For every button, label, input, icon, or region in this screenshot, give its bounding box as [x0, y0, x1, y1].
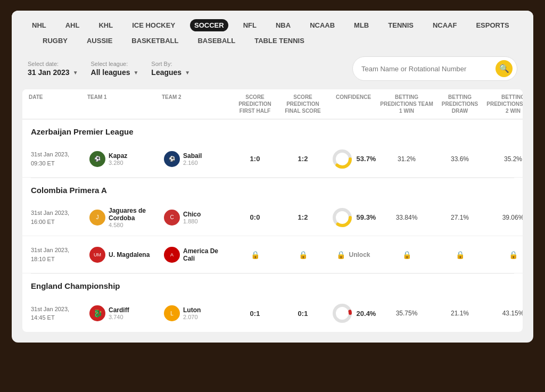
team2-num: 2.070 [183, 314, 201, 320]
nav-item-ncaaf[interactable]: NCAAF [428, 19, 461, 31]
league-chevron-icon: ▼ [133, 70, 138, 76]
nav-item-ahl[interactable]: AHL [61, 19, 84, 31]
score-final: 1:2 [279, 212, 327, 222]
match-date: 31st Jan 2023, 18:10 ET [29, 245, 87, 264]
th-bet-team2: BETTING PREDICTIONS TEAM 2 WIN [486, 94, 523, 114]
team2-cell: A America De Cali [162, 246, 231, 264]
search-button[interactable]: 🔍 [496, 60, 513, 77]
th-score-first: SCORE PREDICTION FIRST HALF [231, 94, 279, 114]
nav-item-ice-hockey[interactable]: ICE HOCKEY [128, 19, 179, 31]
bet-team1: 33.84% [380, 213, 433, 222]
team1-logo: UM [89, 247, 105, 263]
confidence-locked[interactable]: 🔒 Unlock [327, 249, 380, 260]
team1-num: 3.740 [109, 314, 129, 320]
nav-item-table-tennis[interactable]: TABLE TENNIS [250, 35, 309, 47]
nav-item-esports[interactable]: ESPORTS [472, 19, 513, 31]
team2-name: America De Cali [183, 247, 229, 262]
date-value: 31 Jan 2023 [28, 68, 70, 77]
nav-item-aussie[interactable]: AUSSIE [82, 35, 117, 47]
team1-logo: ⚽ [89, 151, 105, 167]
score-first-half: 1:0 [231, 154, 279, 164]
bet-team1: 35.75% [380, 308, 433, 318]
confidence-pct: 59.3% [357, 213, 376, 221]
date-chevron-icon: ▼ [73, 70, 78, 76]
sort-filter[interactable]: Sort By: Leagues ▼ [151, 61, 190, 77]
search-container[interactable]: 🔍 [352, 56, 517, 81]
league-england: England Championship [22, 274, 523, 295]
search-input[interactable] [361, 65, 496, 73]
lock-icon: 🔒 [402, 251, 411, 259]
team1-cell: 🐉 Cardiff 3.740 [87, 304, 162, 322]
th-team2: TEAM 2 [162, 94, 231, 114]
nav-item-nba[interactable]: NBA [271, 19, 295, 31]
team1-info: Jaguares de Cordoba 4.580 [109, 207, 160, 228]
lock-icon: 🔒 [509, 251, 518, 259]
date-label: Select date: [28, 61, 78, 67]
nav-item-baseball[interactable]: BASEBALL [193, 35, 240, 47]
nav-item-nfl[interactable]: NFL [239, 19, 261, 31]
lock-icon: 🔒 [336, 251, 345, 259]
search-icon: 🔍 [499, 64, 509, 73]
confidence-cell: 53.7% [327, 147, 380, 171]
th-confidence: CONFIDENCE [327, 94, 380, 114]
team2-num: 2.160 [183, 160, 202, 166]
table-row: 31st Jan 2023, 18:10 ET UM U. Magdalena … [22, 236, 523, 273]
team1-num: 3.280 [109, 160, 127, 166]
team2-name: Sabail [183, 152, 202, 160]
confidence-donut [331, 302, 353, 324]
score-first-half-locked: 🔒 [231, 249, 279, 260]
nav-item-basketball[interactable]: BASKETBALL [127, 35, 183, 47]
bet-draw: 33.6% [433, 154, 486, 164]
score-first-half: 0:0 [231, 212, 279, 222]
th-team1: TEAM 1 [87, 94, 162, 114]
team1-num: 4.580 [109, 222, 160, 228]
team2-name: Chico [183, 211, 201, 218]
th-bet-team1: BETTING PREDICTIONS TEAM 1 WIN [380, 94, 433, 114]
league-select[interactable]: All leagues ▼ [91, 68, 139, 77]
league-filter[interactable]: Select league: All leagues ▼ [91, 61, 139, 77]
lock-icon: 🔒 [251, 251, 260, 259]
team1-logo: 🐉 [89, 305, 105, 321]
nav-item-soccer[interactable]: SOCCER [190, 19, 228, 31]
score-first-half: 0:1 [231, 308, 279, 319]
team1-name: Kapaz [109, 152, 127, 160]
nav-item-ncaab[interactable]: NCAAB [305, 19, 339, 31]
table-row: 31st Jan 2023, 16:00 ET J Jaguares de Co… [22, 199, 523, 236]
sort-select[interactable]: Leagues ▼ [151, 68, 190, 77]
league-label: Select league: [91, 61, 139, 67]
bet-draw: 21.1% [433, 308, 486, 318]
nav-item-mlb[interactable]: MLB [350, 19, 373, 31]
match-date: 31st Jan 2023, 09:30 ET [29, 149, 87, 169]
bet-draw-locked: 🔒 [433, 249, 486, 260]
team2-logo: L [164, 305, 180, 321]
svg-point-4 [334, 305, 350, 321]
nav-item-rugby[interactable]: RUGBY [38, 35, 72, 47]
nav-item-tennis[interactable]: TENNIS [384, 19, 418, 31]
sort-label: Sort By: [151, 61, 190, 67]
score-final: 1:2 [279, 154, 327, 164]
bet-team2: 35.2% [486, 154, 523, 164]
confidence-cell: 59.3% [327, 205, 380, 230]
team1-info: Kapaz 3.280 [109, 152, 127, 166]
filters-bar: Select date: 31 Jan 2023 ▼ Select league… [12, 51, 533, 89]
unlock-button[interactable]: Unlock [349, 251, 370, 258]
league-azerbaijan: Azerbaijan Premier League [22, 120, 523, 140]
nav-item-nhl[interactable]: NHL [28, 19, 51, 31]
team1-cell: J Jaguares de Cordoba 4.580 [87, 206, 162, 229]
table-area: DATE TEAM 1 TEAM 2 SCORE PREDICTION FIRS… [22, 89, 523, 332]
lock-icon: 🔒 [299, 251, 308, 259]
date-select[interactable]: 31 Jan 2023 ▼ [28, 68, 78, 77]
bet-team1-locked: 🔒 [380, 249, 433, 260]
match-date: 31st Jan 2023, 14:45 ET [29, 304, 87, 323]
team2-name: Luton [183, 306, 201, 314]
team2-logo: ⚽ [164, 151, 180, 167]
team2-logo: C [164, 210, 180, 226]
bet-team1: 31.2% [380, 154, 433, 164]
team1-info: Cardiff 3.740 [109, 306, 129, 320]
sort-value: Leagues [151, 68, 181, 77]
nav-item-khl[interactable]: KHL [94, 19, 117, 31]
confidence-donut [331, 206, 353, 229]
team1-name: Cardiff [109, 306, 129, 314]
date-filter[interactable]: Select date: 31 Jan 2023 ▼ [28, 61, 78, 77]
score-final: 0:1 [279, 308, 327, 319]
